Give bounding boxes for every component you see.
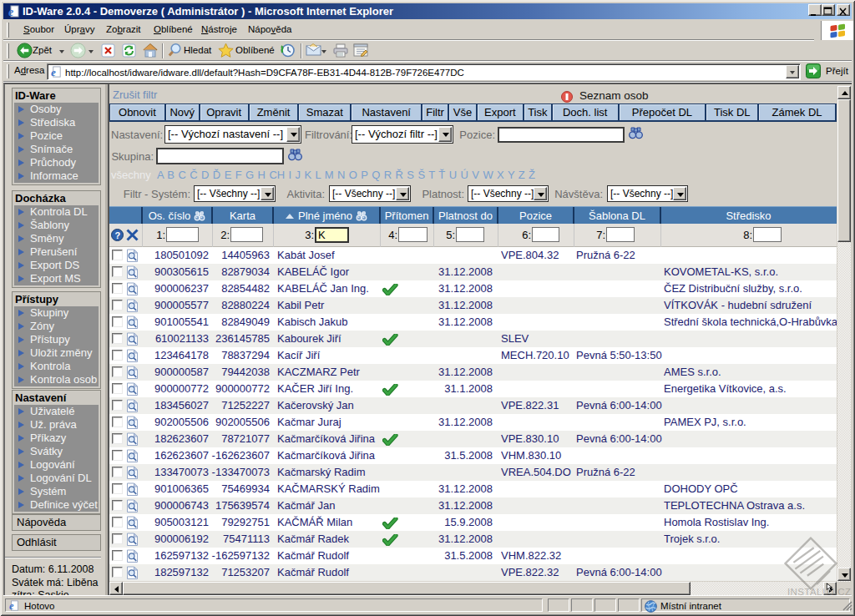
svg-text:e: e — [51, 66, 56, 78]
svg-text:e: e — [8, 6, 13, 18]
svg-text:?: ? — [115, 230, 121, 240]
svg-text:e: e — [9, 600, 14, 612]
svg-text:INSTALUJ.CZ: INSTALUJ.CZ — [787, 587, 851, 597]
